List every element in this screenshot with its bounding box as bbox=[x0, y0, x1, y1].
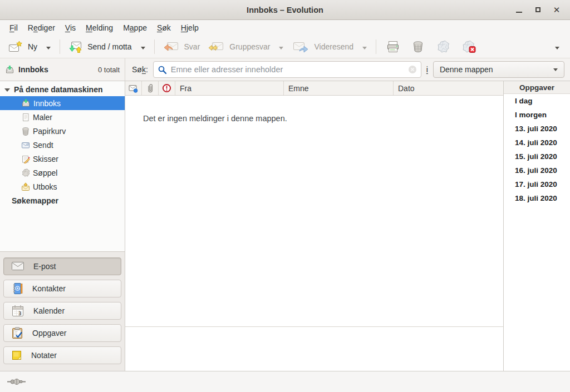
toolbar-overflow-button[interactable] bbox=[549, 39, 566, 54]
junk-button[interactable] bbox=[432, 38, 454, 55]
group-reply-icon bbox=[208, 41, 224, 53]
sent-icon bbox=[21, 141, 30, 150]
not-junk-icon bbox=[462, 41, 476, 53]
switcher-mail[interactable]: E-post bbox=[3, 257, 121, 275]
group-reply-dropdown-button[interactable] bbox=[274, 39, 288, 54]
message-list-body[interactable]: Det er ingen meldinger i denne mappen. bbox=[125, 96, 503, 327]
message-status-icon bbox=[129, 84, 138, 93]
tasks-pane-header[interactable]: Oppgaver bbox=[504, 81, 570, 94]
chevron-down-icon bbox=[362, 47, 367, 49]
menu-message[interactable]: Melding bbox=[81, 21, 118, 34]
column-from[interactable]: Fra bbox=[175, 81, 284, 95]
column-subject[interactable]: Emne bbox=[284, 81, 394, 95]
junk-icon bbox=[436, 41, 450, 53]
menu-file[interactable]: Fil bbox=[4, 21, 23, 34]
chevron-down-icon bbox=[46, 47, 51, 49]
minimize-icon bbox=[516, 12, 522, 13]
switcher-calendar[interactable]: 3Kalender bbox=[3, 302, 121, 320]
window-title: Innboks – Evolution bbox=[0, 6, 570, 14]
document-icon bbox=[21, 113, 30, 122]
chevron-down-icon bbox=[279, 47, 283, 49]
send-receive-button[interactable]: Send / motta bbox=[64, 39, 135, 54]
menu-help[interactable]: Hjelp bbox=[176, 21, 204, 34]
folder-tree: På denne datamaskinen InnboksMalerPapirk… bbox=[0, 81, 125, 251]
titlebar[interactable]: Innboks – Evolution ✕ bbox=[0, 0, 570, 20]
preview-pane bbox=[125, 327, 503, 371]
sidebar: På denne datamaskinen InnboksMalerPapirk… bbox=[0, 81, 125, 371]
maximize-button[interactable] bbox=[531, 3, 544, 17]
task-date[interactable]: 17. juli 2020 bbox=[504, 177, 570, 191]
reply-icon bbox=[163, 41, 179, 53]
online-status-icon[interactable] bbox=[7, 378, 26, 386]
search-placeholder: Emne eller adresser inneholder bbox=[171, 65, 404, 74]
sidebar-folder-drafts[interactable]: Skisser bbox=[0, 152, 125, 166]
trash-icon bbox=[21, 127, 30, 136]
close-button[interactable]: ✕ bbox=[550, 3, 563, 17]
calendar-icon: 3 bbox=[11, 305, 24, 317]
task-date[interactable]: 15. juli 2020 bbox=[504, 150, 570, 163]
folder-total-count: 0 totalt bbox=[98, 66, 120, 74]
clear-search-icon[interactable] bbox=[408, 65, 417, 74]
switcher-tasks[interactable]: Oppgaver bbox=[3, 324, 121, 342]
not-junk-button[interactable] bbox=[458, 38, 481, 55]
sidebar-folder-trash[interactable]: Papirkurv bbox=[0, 124, 125, 138]
forward-dropdown-button[interactable] bbox=[357, 39, 372, 54]
view-switcher: E-postKontakter3KalenderOppgaverNotater bbox=[0, 251, 125, 371]
task-date[interactable]: I dag bbox=[504, 94, 570, 108]
task-date[interactable]: 14. juli 2020 bbox=[504, 136, 570, 150]
send-receive-dropdown-button[interactable] bbox=[136, 39, 150, 54]
toolbar: Ny Send / motta Svar Gruppesvar Viderese… bbox=[0, 36, 570, 58]
switcher-memos[interactable]: Notater bbox=[3, 346, 121, 364]
message-list-pane: Fra Emne Dato Det er ingen meldinger i d… bbox=[125, 81, 503, 371]
column-attachment[interactable] bbox=[142, 81, 159, 95]
menubar: FilRedigerVisMeldingMappeSøkHjelp bbox=[0, 20, 570, 36]
switcher-contacts[interactable]: Kontakter bbox=[3, 280, 121, 297]
search-input[interactable]: Emne eller adresser inneholder bbox=[153, 61, 421, 78]
sidebar-folder-outbox[interactable]: Utboks bbox=[0, 180, 125, 193]
delete-button[interactable] bbox=[407, 38, 429, 55]
search-scope-dropdown[interactable]: Denne mappen bbox=[433, 61, 564, 78]
menu-search[interactable]: Søk bbox=[152, 21, 176, 34]
column-date[interactable]: Dato bbox=[394, 81, 503, 95]
sidebar-folder-sent[interactable]: Sendt bbox=[0, 138, 125, 152]
new-dropdown-button[interactable] bbox=[41, 39, 56, 54]
chevron-down-icon bbox=[553, 68, 558, 71]
trash-icon bbox=[412, 41, 424, 53]
send-receive-icon bbox=[68, 41, 82, 53]
current-folder-title: Innboks bbox=[18, 65, 48, 74]
mail-icon bbox=[11, 261, 24, 271]
chevron-down-icon bbox=[555, 47, 559, 49]
task-date[interactable]: 13. juli 2020 bbox=[504, 122, 570, 136]
sidebar-folder-inbox[interactable]: Innboks bbox=[0, 96, 125, 110]
message-list-header: Fra Emne Dato bbox=[125, 81, 503, 96]
column-priority[interactable] bbox=[159, 81, 175, 95]
task-date[interactable]: 16. juli 2020 bbox=[504, 163, 570, 177]
chevron-down-icon bbox=[141, 47, 145, 49]
new-button[interactable]: Ny bbox=[4, 39, 41, 54]
tree-root-search-folders[interactable]: Søkemapper bbox=[0, 193, 125, 207]
menu-folder[interactable]: Mappe bbox=[118, 21, 152, 34]
expander-icon[interactable] bbox=[4, 88, 10, 92]
inbox-icon bbox=[5, 65, 14, 75]
minimize-button[interactable] bbox=[512, 3, 525, 17]
toolbar-separator bbox=[154, 39, 155, 54]
forward-button[interactable]: Videresend bbox=[288, 39, 357, 54]
sidebar-folder-junk[interactable]: Søppel bbox=[0, 166, 125, 180]
draft-icon bbox=[21, 155, 30, 163]
search-row: Innboks 0 totalt Søk: Emne eller adresse… bbox=[0, 58, 570, 81]
tree-root-on-this-computer[interactable]: På denne datamaskinen bbox=[0, 82, 125, 96]
tasks-pane: Oppgaver I dagI morgen13. juli 202014. j… bbox=[503, 81, 570, 371]
forward-icon bbox=[292, 41, 309, 53]
window-controls: ✕ bbox=[512, 3, 570, 17]
column-message-status[interactable] bbox=[125, 81, 142, 95]
task-date[interactable]: I morgen bbox=[504, 108, 570, 122]
menu-view[interactable]: Vis bbox=[60, 21, 81, 34]
content: På denne datamaskinen InnboksMalerPapirk… bbox=[0, 81, 570, 371]
sidebar-folder-templates[interactable]: Maler bbox=[0, 110, 125, 124]
outbox-icon bbox=[21, 182, 30, 191]
task-date[interactable]: 18. juli 2020 bbox=[504, 191, 570, 205]
reply-button[interactable]: Svar bbox=[159, 39, 204, 54]
group-reply-button[interactable]: Gruppesvar bbox=[204, 39, 274, 54]
print-button[interactable] bbox=[382, 38, 404, 55]
menu-edit[interactable]: Rediger bbox=[23, 21, 60, 34]
